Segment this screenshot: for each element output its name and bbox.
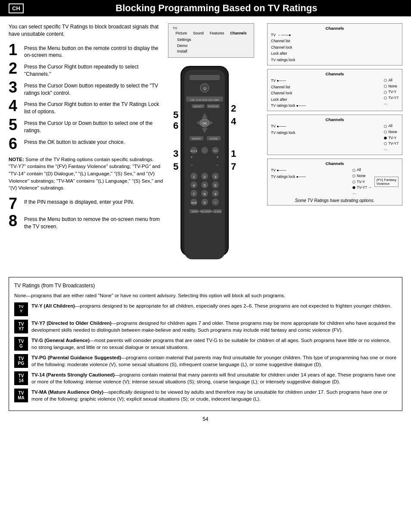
screen-1-row-cl: Channel list: [271, 38, 399, 44]
svg-text:2: 2: [204, 175, 206, 179]
steps-list: 1 Press the Menu button on the remote co…: [9, 44, 164, 152]
main-content: You can select specific TV Ratings to bl…: [0, 23, 411, 270]
badge-tvg: TVG: [14, 337, 28, 351]
badge-tvma: TVMA: [14, 389, 28, 402]
svg-text:+: +: [190, 155, 193, 159]
step-5-number: 5: [9, 117, 21, 133]
svg-text:+: +: [204, 149, 206, 152]
screen-1-row-tv: TV ←——●: [271, 32, 399, 38]
svg-text:3: 3: [215, 175, 217, 179]
step-4-number: 4: [9, 98, 21, 114]
screen-3-title: Channels: [271, 117, 399, 122]
svg-text:PG.PLUS: PG.PLUS: [208, 105, 218, 108]
screen-3: Channels TV ●—— TV ratings lock All None…: [267, 115, 402, 155]
rating-item-tv14: TV14 TV-14 (Parents Strongly Cautioned)—…: [14, 371, 397, 385]
svg-text:OK: OK: [202, 122, 207, 125]
screen-1-title: Channels: [271, 26, 399, 31]
rating-item-tvpg: TVPG TV-PG (Parental Guidance Suggested)…: [14, 354, 397, 368]
svg-text:+: +: [216, 155, 218, 159]
badge-tvpg: TVPG: [14, 354, 28, 368]
badge-tvy: TVY: [14, 302, 28, 316]
subrating-box: (FV) Fantasy Violence: [374, 177, 399, 187]
note-label: NOTE:: [9, 157, 24, 162]
svg-text:3: 3: [173, 148, 178, 159]
screen-1-row-clk: Channel lock: [271, 44, 399, 50]
svg-text:5: 5: [204, 184, 206, 187]
step-2-number: 2: [9, 61, 21, 76]
svg-text:6: 6: [215, 184, 217, 187]
remote-diagram: ⏻ CBL VCR DVD SAT AMP SELECT PG.PLUS: [168, 62, 241, 270]
svg-text:6: 6: [173, 120, 178, 131]
screen-2: Channels TV ●—— Channel list Channel loc…: [267, 69, 402, 111]
screen-2-row-la: Lock after: [271, 96, 381, 103]
step-4-text: Press the Cursor Right button to enter t…: [24, 100, 164, 115]
tv-menu-left-items: Settings Demo Install: [173, 37, 191, 55]
svg-text:−: −: [190, 163, 193, 167]
menu-sound: Sound: [193, 31, 204, 35]
ratings-section: TV Ratings (from TV Broadcasters) None—p…: [9, 277, 402, 411]
step-2: 2 Press the Cursor Right button repeated…: [9, 62, 164, 78]
ch-badge: CH: [9, 3, 24, 13]
ratings-title: TV Ratings: [14, 283, 40, 289]
svg-text:7: 7: [193, 192, 195, 196]
screen-1-row-tvrl: TV ratings lock: [271, 57, 399, 63]
intro-text: You can select specific TV Ratings to bl…: [9, 23, 164, 38]
center-column: TV Picture Sound Features Channels Setti…: [168, 23, 263, 270]
rating-label-tvy: TV-Y (All Children): [31, 303, 75, 308]
svg-text:SELECT: SELECT: [193, 105, 203, 108]
step-4: 4 Press the Cursor Right button to enter…: [9, 100, 164, 115]
menu-picture: Picture: [176, 31, 187, 35]
rating-text-tv14: TV-14 (Parents Strongly Cautioned)—progr…: [31, 371, 397, 385]
screen-3-options: All None TV-Y TV-Y7 ···: [384, 123, 399, 152]
step-7-text: If the PIN message is displayed, enter y…: [24, 198, 134, 206]
rating-item-tvy7: TVY7 TV-Y7 (Directed to Older Children)—…: [14, 320, 397, 333]
menu-settings: Settings: [177, 37, 191, 43]
svg-text:SAP: SAP: [192, 210, 196, 213]
note-section: NOTE: Some of the TV Rating options cont…: [9, 156, 164, 192]
svg-text:GUIDE: GUIDE: [209, 137, 218, 140]
tv-menu-top: Picture Sound Features Channels: [173, 31, 249, 35]
page-title: Blocking Programming Based on TV Ratings: [31, 3, 402, 14]
svg-text:5: 5: [173, 109, 178, 120]
svg-text:2: 2: [231, 103, 236, 114]
screen-2-row-cl: Channel list: [271, 84, 381, 90]
step-8-number: 8: [9, 213, 21, 229]
screen-2-row-tv: TV ●——: [271, 78, 381, 84]
rating-text-tvma: TV-MA (Mature Audience Only)—specificall…: [31, 389, 397, 402]
right-column: Channels TV ←——● Channel list Channel lo…: [267, 23, 402, 270]
rating-label-tvy7: TV-Y7 (Directed to Older Children): [31, 320, 112, 326]
screen-4: Channels TV ●—— TV ratings lock ●—— All …: [267, 159, 402, 205]
svg-text:CH: CH: [214, 149, 218, 152]
note-text: Some of the TV Rating options contain sp…: [9, 157, 163, 191]
step-6: 6 Press the OK button to activate your c…: [9, 138, 164, 152]
screen-4-row-tv: TV ●——: [271, 167, 350, 173]
svg-text:1: 1: [193, 175, 195, 179]
svg-rect-2: [190, 75, 220, 80]
menu-channels: Channels: [230, 31, 246, 35]
badge-tvy7: TVY7: [14, 320, 28, 333]
step-2-text: Press the Cursor Right button repeatedly…: [24, 62, 164, 78]
step-1-number: 1: [9, 42, 21, 58]
svg-text:8: 8: [204, 192, 206, 196]
step-8-text: Press the Menu button to remove the on-s…: [24, 215, 164, 230]
step-8: 8 Press the Menu button to remove the on…: [9, 215, 164, 230]
svg-text:AV/S: AV/S: [191, 202, 196, 204]
svg-text:CBL VCR DVD SAT AMP: CBL VCR DVD SAT AMP: [190, 99, 219, 101]
screen-4-options: All None TV-Y TV-Y7 → ···: [352, 167, 371, 196]
step-1: 1 Press the Menu button on the remote co…: [9, 44, 164, 59]
rating-item-tvg: TVG TV-G (General Audience)—most parents…: [14, 337, 397, 351]
screen-3-row-tv: TV ●——: [271, 123, 381, 129]
step-1-text: Press the Menu button on the remote cont…: [24, 44, 164, 59]
rating-label-tvg: TV-G (General Audience): [31, 338, 90, 343]
svg-text:MUTE: MUTE: [190, 150, 198, 152]
svg-text:4: 4: [231, 116, 237, 127]
ratings-header: TV Ratings (from TV Broadcasters): [14, 282, 397, 289]
step-5-text: Press the Cursor Up or Down button to se…: [24, 119, 164, 134]
screen-2-row-tvrl: TV ratings lock ●——: [271, 103, 381, 109]
svg-text:5: 5: [173, 161, 178, 172]
ratings-subtitle: (from TV Broadcasters): [40, 283, 95, 289]
svg-text:0: 0: [204, 201, 206, 205]
svg-text:−: −: [215, 201, 217, 205]
page-header: CH Blocking Programming Based on TV Rati…: [0, 0, 411, 16]
menu-install: Install: [177, 49, 191, 55]
